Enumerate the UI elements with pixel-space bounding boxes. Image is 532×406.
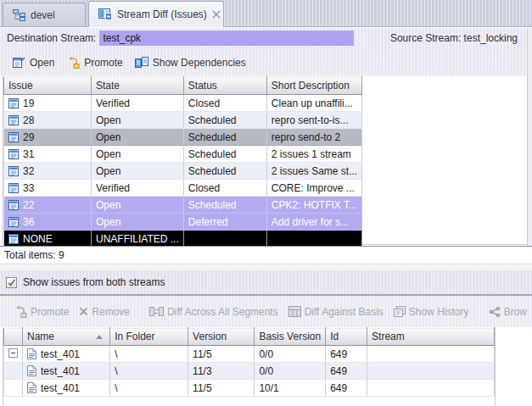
- in-folder-cell[interactable]: \: [110, 363, 188, 380]
- expander-cell[interactable]: [4, 380, 23, 397]
- status-cell[interactable]: Deferred: [183, 214, 266, 231]
- short-description-cell[interactable]: [266, 231, 361, 247]
- basis-version-cell[interactable]: 10/1: [255, 380, 326, 397]
- issue-row[interactable]: 22 Open Scheduled CPK2: HOTFIX T...: [4, 197, 362, 214]
- status-cell[interactable]: Scheduled: [183, 197, 266, 214]
- status-cell[interactable]: Scheduled: [183, 112, 266, 129]
- open-icon: [13, 57, 25, 69]
- short-description-cell[interactable]: Add driver for s...: [266, 214, 361, 231]
- tab-devel[interactable]: devel: [3, 3, 86, 26]
- name-cell[interactable]: test_401: [23, 363, 110, 380]
- state-cell[interactable]: Verified: [92, 95, 184, 112]
- short-description-cell[interactable]: CORE: Improve ...: [266, 180, 361, 197]
- issue-number: 28: [23, 114, 34, 126]
- issue-row[interactable]: 28 Open Scheduled repro sent-to-is...: [4, 112, 362, 129]
- version-cell[interactable]: 11/5: [188, 380, 255, 397]
- basis-version-cell[interactable]: 0/0: [255, 363, 326, 380]
- state-cell[interactable]: Open: [92, 112, 184, 129]
- versions-col-basis-version[interactable]: Basis Version: [255, 328, 326, 346]
- show-both-streams-label[interactable]: Show issues from both streams: [23, 276, 165, 288]
- in-folder-cell[interactable]: \: [110, 346, 188, 363]
- versions-col-version[interactable]: Version: [188, 328, 255, 346]
- issue-cell[interactable]: NONE: [4, 231, 92, 247]
- issues-col-issue[interactable]: Issue: [4, 77, 92, 95]
- name-cell[interactable]: test_401: [23, 380, 110, 397]
- diff-against-basis-button[interactable]: Diff Against Basis: [283, 303, 389, 320]
- issue-cell[interactable]: 28: [4, 112, 92, 129]
- promote-version-label: Promote: [31, 306, 69, 318]
- short-description-cell[interactable]: Clean up unaffili...: [266, 95, 361, 112]
- open-button-label: Open: [30, 57, 54, 69]
- issue-cell[interactable]: 32: [4, 163, 92, 180]
- issue-icon: [8, 132, 19, 142]
- expander-cell[interactable]: [4, 363, 23, 380]
- version-row[interactable]: test_401 \ 11/3 0/0 649: [4, 363, 495, 380]
- issue-cell[interactable]: 22: [4, 197, 92, 214]
- version-row[interactable]: test_401 \ 11/5 10/1 649: [4, 380, 495, 397]
- basis-version-cell[interactable]: 0/0: [255, 346, 326, 363]
- state-cell[interactable]: Open: [92, 197, 184, 214]
- status-cell[interactable]: [183, 231, 266, 247]
- state-cell[interactable]: Verified: [92, 180, 184, 197]
- tab-stream-diff[interactable]: Stream Diff (Issues): [88, 1, 224, 27]
- id-cell[interactable]: 649: [326, 363, 367, 380]
- issues-col-state[interactable]: State: [92, 77, 184, 95]
- id-cell[interactable]: 649: [326, 346, 367, 363]
- in-folder-cell[interactable]: \: [110, 380, 188, 397]
- status-cell[interactable]: Scheduled: [183, 146, 266, 163]
- versions-col-in-folder[interactable]: In Folder: [110, 328, 188, 346]
- stream-cell[interactable]: [367, 380, 495, 397]
- issue-row[interactable]: 29 Open Scheduled repro send-to 2: [4, 129, 362, 146]
- expander-cell[interactable]: [4, 346, 23, 363]
- short-description-cell[interactable]: repro send-to 2: [266, 129, 361, 146]
- short-description-cell[interactable]: 2 issues 1 stream: [266, 146, 361, 163]
- short-description-cell[interactable]: 2 issues Same st...: [266, 163, 361, 180]
- destination-stream-value[interactable]: test_cpk: [99, 31, 354, 46]
- state-cell[interactable]: Open: [92, 146, 184, 163]
- issue-row[interactable]: 33 Verified Closed CORE: Improve ...: [4, 180, 362, 197]
- open-button[interactable]: Open: [7, 54, 60, 71]
- promote-button[interactable]: Promote: [60, 54, 128, 71]
- show-dependencies-button[interactable]: Show Dependencies: [129, 54, 252, 71]
- issue-row[interactable]: 36 Open Deferred Add driver for s...: [4, 214, 362, 231]
- version-cell[interactable]: 11/3: [188, 363, 255, 380]
- show-both-streams-checkbox[interactable]: [6, 277, 17, 288]
- issue-cell[interactable]: 19: [4, 95, 92, 112]
- versions-col-name[interactable]: Name: [23, 328, 110, 346]
- state-cell[interactable]: Open: [92, 163, 184, 180]
- state-cell[interactable]: Open: [92, 129, 184, 146]
- issue-cell[interactable]: 31: [4, 146, 92, 163]
- remove-button[interactable]: Remove: [74, 303, 135, 320]
- collapse-icon[interactable]: [8, 348, 18, 358]
- show-history-button[interactable]: Show History: [389, 303, 474, 320]
- short-description-cell[interactable]: repro sent-to-is...: [266, 112, 361, 129]
- name-cell[interactable]: test_401: [23, 346, 110, 363]
- state-cell[interactable]: Open: [92, 214, 184, 231]
- diff-across-segments-button[interactable]: Diff Across All Segments: [144, 303, 283, 320]
- status-cell[interactable]: Closed: [183, 180, 266, 197]
- status-cell[interactable]: Scheduled: [183, 163, 266, 180]
- status-cell[interactable]: Closed: [183, 95, 266, 112]
- issue-row[interactable]: 32 Open Scheduled 2 issues Same st...: [4, 163, 362, 180]
- version-cell[interactable]: 11/5: [188, 346, 255, 363]
- versions-col-id[interactable]: Id: [326, 328, 367, 346]
- stream-cell[interactable]: [367, 363, 495, 380]
- issue-cell[interactable]: 29: [4, 129, 92, 146]
- issues-col-short-description[interactable]: Short Description: [266, 77, 361, 95]
- issue-row[interactable]: 31 Open Scheduled 2 issues 1 stream: [4, 146, 362, 163]
- versions-col-stream[interactable]: Stream: [367, 328, 495, 346]
- state-cell[interactable]: UNAFFILIATED ...: [92, 231, 184, 247]
- issue-row[interactable]: 19 Verified Closed Clean up unaffili...: [4, 95, 362, 112]
- stream-cell[interactable]: [367, 346, 495, 363]
- issue-cell[interactable]: 33: [4, 180, 92, 197]
- short-description-cell[interactable]: CPK2: HOTFIX T...: [266, 197, 361, 214]
- version-row[interactable]: test_401 \ 11/5 0/0 649: [4, 346, 495, 363]
- issues-col-status[interactable]: Status: [183, 77, 266, 95]
- browse-versions-button[interactable]: Brow: [484, 303, 532, 320]
- promote-version-button[interactable]: Promote: [8, 303, 74, 320]
- issue-cell[interactable]: 36: [4, 214, 92, 231]
- status-cell[interactable]: Scheduled: [183, 129, 266, 146]
- id-cell[interactable]: 649: [326, 380, 367, 397]
- close-icon[interactable]: [212, 10, 221, 19]
- issue-row[interactable]: NONE UNAFFILIATED ...: [4, 231, 362, 247]
